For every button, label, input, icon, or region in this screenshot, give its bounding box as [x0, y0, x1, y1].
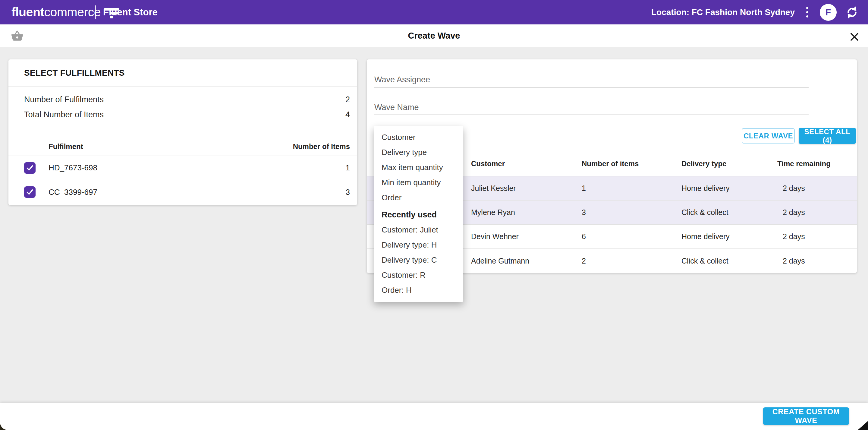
refresh-icon[interactable] — [845, 5, 859, 19]
select-fulfillments-panel: SELECT FULFILLMENTS Number of Fulfilment… — [8, 59, 357, 205]
checkbox-checked[interactable] — [24, 187, 36, 198]
items-cell: 3 — [582, 208, 681, 217]
fulfilment-item-count: 1 — [346, 163, 350, 172]
recent-item[interactable]: Customer: Juliet — [374, 222, 463, 237]
app-root: fluentcommerce Fluent Store Location: FC… — [0, 0, 868, 430]
panel-title: SELECT FULFILLMENTS — [8, 59, 357, 87]
brand-text-light: commerce — [44, 5, 101, 19]
recently-used-header: Recently used — [374, 207, 463, 222]
time-cell: 2 days — [777, 232, 848, 241]
recent-item[interactable]: Order: H — [374, 283, 463, 297]
clear-wave-button[interactable]: CLEAR WAVE — [742, 128, 795, 144]
column-header-time-remaining: Time remaining — [777, 160, 848, 168]
fulfillment-stats: Number of Fulfilments 2 Total Number of … — [8, 87, 357, 137]
recent-item[interactable]: Delivery type: C — [374, 252, 463, 267]
stat-value: 2 — [345, 95, 350, 104]
time-cell: 2 days — [777, 184, 848, 193]
delivery-cell: Click & collect — [681, 208, 777, 217]
fulfilment-id: CC_3399-697 — [49, 188, 346, 197]
items-cell: 2 — [582, 257, 681, 265]
avatar[interactable]: F — [820, 4, 837, 21]
footer-bar: CREATE CUSTOM WAVE — [0, 403, 868, 430]
customer-cell: Mylene Ryan — [471, 208, 582, 217]
app-title: Fluent Store — [103, 0, 158, 24]
items-cell: 6 — [582, 232, 681, 241]
stat-value: 4 — [345, 110, 350, 119]
close-icon[interactable] — [847, 30, 861, 45]
fulfilment-id: HD_7673-698 — [49, 163, 346, 172]
menu-item-order[interactable]: Order — [374, 190, 463, 205]
column-header-number-of-items: Number of items — [582, 160, 681, 168]
customer-cell: Adeline Gutmann — [471, 257, 582, 265]
menu-item-min-item-quantity[interactable]: Min item quantity — [374, 175, 463, 190]
checkbox-checked[interactable] — [24, 162, 36, 174]
appbar-divider — [95, 5, 96, 19]
column-header-customer: Customer — [471, 160, 582, 168]
menu-item-delivery-type[interactable]: Delivery type — [374, 145, 463, 160]
column-header-delivery-type: Delivery type — [681, 160, 777, 168]
overflow-menu-icon[interactable] — [803, 5, 811, 19]
appbar-actions: Location: FC Fashion North Sydney F — [651, 0, 859, 24]
time-cell: 2 days — [777, 257, 848, 265]
delivery-cell: Click & collect — [681, 257, 777, 265]
delivery-cell: Home delivery — [681, 232, 777, 241]
page-header: Create Wave — [0, 24, 868, 47]
wave-name-input[interactable] — [374, 100, 809, 115]
customer-cell: Juliet Kessler — [471, 184, 582, 193]
delivery-cell: Home delivery — [681, 184, 777, 193]
recent-item[interactable]: Delivery type: H — [374, 237, 463, 252]
stat-label: Number of Fulfilments — [24, 95, 104, 104]
menu-item-customer[interactable]: Customer — [374, 130, 463, 145]
app-bar: fluentcommerce Fluent Store Location: FC… — [0, 0, 868, 24]
fulfillment-table-header: Fulfilment Number of Items — [8, 137, 357, 156]
stat-label: Total Number of Items — [24, 110, 104, 119]
location-label: Location: FC Fashion North Sydney — [651, 7, 795, 17]
stat-row: Number of Fulfilments 2 — [8, 92, 357, 107]
brand-text-bold: fluent — [11, 5, 44, 19]
create-custom-wave-button[interactable]: CREATE CUSTOM WAVE — [763, 407, 849, 425]
menu-item-max-item-quantity[interactable]: Max item quantity — [374, 160, 463, 175]
items-cell: 1 — [582, 184, 681, 193]
column-header-number-of-items: Number of Items — [293, 142, 350, 151]
customer-cell: Devin Wehner — [471, 232, 582, 241]
fulfilment-item-count: 3 — [346, 188, 350, 197]
fulfillment-row[interactable]: CC_3399-697 3 — [8, 180, 357, 204]
filter-dropdown-menu: Customer Delivery type Max item quantity… — [374, 126, 463, 302]
select-all-button[interactable]: SELECT ALL (4) — [799, 128, 856, 144]
avatar-initial: F — [826, 7, 831, 18]
recent-item[interactable]: Customer: R — [374, 267, 463, 283]
fulfillment-row[interactable]: HD_7673-698 1 — [8, 156, 357, 180]
wave-assignee-input[interactable] — [374, 73, 809, 87]
column-header-fulfilment: Fulfilment — [49, 142, 83, 151]
page-title: Create Wave — [0, 24, 868, 47]
time-cell: 2 days — [777, 208, 848, 217]
stat-row: Total Number of Items 4 — [8, 107, 357, 122]
